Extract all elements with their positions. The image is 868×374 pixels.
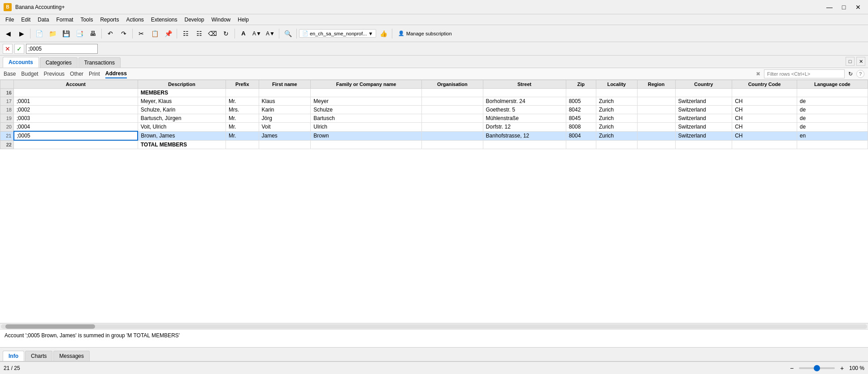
table-cell[interactable]: Schulze (311, 106, 422, 114)
menu-item-actions[interactable]: Actions (122, 16, 147, 24)
menu-item-help[interactable]: Help (234, 16, 252, 24)
table-cell[interactable]: en (797, 131, 868, 140)
scroll-thumb[interactable] (5, 324, 95, 329)
current-file-button[interactable]: 📄 en_ch_sa_sme_nonprof... ▼ (299, 29, 376, 38)
table-row[interactable]: 19;0003Bartusch, JürgenMr.JörgBartuschMü… (0, 114, 868, 123)
table-cell[interactable]: 8005 (566, 97, 596, 106)
search-button[interactable]: 🔍 (282, 27, 294, 40)
menu-item-edit[interactable]: Edit (17, 16, 34, 24)
table-cell[interactable]: de (797, 97, 868, 106)
table-row[interactable]: 21Brown, JamesMr.JamesBrownBanhofstrasse… (0, 131, 868, 140)
table-cell[interactable] (596, 140, 637, 149)
filter-input[interactable] (764, 69, 845, 78)
account-cell-input[interactable] (17, 133, 135, 139)
table-cell[interactable]: de (797, 123, 868, 132)
horizontal-scrollbar[interactable] (0, 323, 868, 329)
table-cell[interactable]: Brown, James (138, 131, 226, 140)
table-cell[interactable]: Dorfstr. 12 (483, 123, 566, 132)
thumbs-up-button[interactable]: 👍 (377, 27, 390, 40)
table-cell[interactable]: Klaus (259, 97, 311, 106)
table-cell[interactable] (637, 89, 675, 97)
table-cell[interactable] (422, 131, 483, 140)
table-cell[interactable]: CH (732, 114, 797, 123)
table-cell[interactable] (14, 89, 138, 97)
table-cell[interactable]: Switzerland (675, 114, 732, 123)
bottom-tab-charts[interactable]: Charts (25, 351, 52, 361)
table-cell[interactable] (483, 89, 566, 97)
table-cell[interactable] (732, 140, 797, 149)
table-cell[interactable]: de (797, 106, 868, 114)
table-cell[interactable] (422, 114, 483, 123)
redo-button[interactable]: ↷ (117, 27, 130, 40)
menu-item-extensions[interactable]: Extensions (148, 16, 181, 24)
table-cell[interactable]: James (259, 131, 311, 140)
filter-clear-button[interactable]: ✖ (754, 70, 762, 78)
maximize-button[interactable]: □ (838, 3, 850, 12)
filter-refresh-button[interactable]: ↻ (846, 70, 855, 78)
table-cell[interactable]: Zurich (596, 97, 637, 106)
table-cell[interactable]: Borholmerstr. 24 (483, 97, 566, 106)
table-cell[interactable]: Mr. (226, 97, 259, 106)
formula-confirm-button[interactable]: ✓ (14, 44, 24, 54)
col-btn[interactable]: ☷ (193, 27, 205, 40)
table-cell[interactable]: Switzerland (675, 123, 732, 132)
table-row[interactable]: 22TOTAL MEMBERS (0, 140, 868, 149)
table-cell[interactable]: Switzerland (675, 106, 732, 114)
tab-close-button[interactable]: ✕ (856, 57, 865, 66)
menu-item-data[interactable]: Data (34, 16, 52, 24)
table-row[interactable]: 18;0002Schulze, KarinMrs.KarinSchulzeGoe… (0, 106, 868, 114)
scissors-btn[interactable]: ⌫ (206, 27, 219, 40)
table-cell[interactable] (422, 106, 483, 114)
subnav-other[interactable]: Other (70, 70, 83, 78)
table-cell[interactable] (797, 140, 868, 149)
table-cell[interactable]: CH (732, 123, 797, 132)
table-cell[interactable]: CH (732, 131, 797, 140)
table-cell[interactable]: Mr. (226, 123, 259, 132)
table-cell[interactable] (422, 140, 483, 149)
bottom-tab-messages[interactable]: Messages (53, 351, 90, 361)
table-cell[interactable] (14, 140, 138, 149)
table-cell[interactable]: Meyer (311, 97, 422, 106)
table-cell[interactable]: Mr. (226, 131, 259, 140)
table-cell[interactable]: Zurich (596, 114, 637, 123)
table-row[interactable]: 17;0001Meyer, KlausMr.KlausMeyerBorholme… (0, 97, 868, 106)
subnav-print[interactable]: Print (89, 70, 100, 78)
table-cell[interactable]: Voit (259, 123, 311, 132)
table-cell[interactable] (637, 123, 675, 132)
table-cell[interactable] (259, 140, 311, 149)
table-cell[interactable]: 8042 (566, 106, 596, 114)
minimize-button[interactable]: — (823, 3, 836, 12)
color-button[interactable]: A▼ (264, 27, 277, 40)
tab-transactions[interactable]: Transactions (78, 57, 121, 68)
new-file-button[interactable]: 📄 (33, 27, 45, 40)
table-cell[interactable]: Meyer, Klaus (138, 97, 226, 106)
font-button[interactable]: A (237, 27, 250, 40)
menu-item-window[interactable]: Window (208, 16, 234, 24)
menu-item-reports[interactable]: Reports (96, 16, 122, 24)
table-cell[interactable]: Mrs. (226, 106, 259, 114)
table-cell[interactable] (422, 89, 483, 97)
formula-input[interactable] (26, 44, 98, 54)
table-cell[interactable]: Mr. (226, 114, 259, 123)
refresh-button[interactable]: ↻ (220, 27, 232, 40)
table-cell[interactable] (637, 114, 675, 123)
table-cell[interactable] (797, 89, 868, 97)
subnav-base[interactable]: Base (4, 70, 16, 78)
table-cell[interactable]: Switzerland (675, 131, 732, 140)
table-cell[interactable]: Zurich (596, 106, 637, 114)
pdf-button[interactable]: 📑 (73, 27, 86, 40)
table-cell[interactable]: TOTAL MEMBERS (138, 140, 226, 149)
table-cell[interactable]: CH (732, 97, 797, 106)
zoom-slider[interactable] (799, 367, 835, 369)
table-cell[interactable]: CH (732, 106, 797, 114)
table-cell[interactable]: Ulrich (311, 123, 422, 132)
table-cell[interactable]: Goethestr. 5 (483, 106, 566, 114)
paste-button[interactable]: 📌 (162, 27, 174, 40)
table-cell[interactable]: ;0004 (14, 123, 138, 132)
table-cell[interactable]: 8008 (566, 123, 596, 132)
table-cell[interactable]: Bartusch, Jürgen (138, 114, 226, 123)
table-cell[interactable]: 8045 (566, 114, 596, 123)
table-cell[interactable]: Voit, Ulrich (138, 123, 226, 132)
table-cell[interactable] (422, 123, 483, 132)
subnav-budget[interactable]: Budget (21, 70, 38, 78)
